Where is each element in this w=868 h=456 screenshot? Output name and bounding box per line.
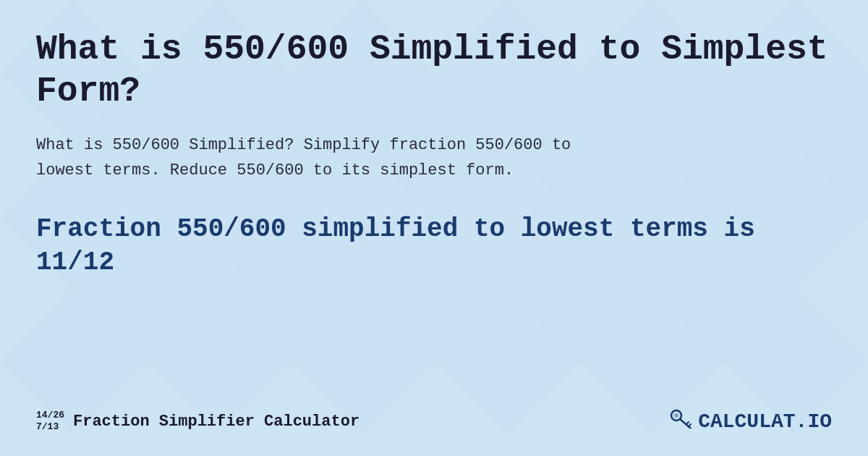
footer-brand: Fraction Simplifier Calculator [73, 413, 359, 431]
page-title: What is 550/600 Simplified to Simplest F… [36, 29, 832, 112]
result-section: Fraction 550/600 simplified to lowest te… [36, 213, 832, 281]
description: What is 550/600 Simplified? Simplify fra… [36, 132, 832, 183]
svg-line-69 [680, 419, 691, 428]
fraction-bottom: 7/13 [36, 421, 64, 433]
svg-point-68 [674, 413, 678, 418]
footer: 14/26 7/13 Fraction Simplifier Calculato… [36, 394, 832, 434]
result-line2: 11/12 [36, 248, 114, 277]
logo-text: CALCULAT.IO [698, 410, 832, 433]
fraction-stack: 14/26 7/13 [36, 410, 64, 432]
footer-right: CALCULAT.IO [669, 408, 832, 434]
svg-line-71 [689, 424, 691, 426]
result-line1: Fraction 550/600 simplified to lowest te… [36, 214, 755, 244]
description-line1: What is 550/600 Simplified? Simplify fra… [36, 136, 571, 154]
footer-left: 14/26 7/13 Fraction Simplifier Calculato… [36, 410, 359, 432]
logo-icon [669, 408, 692, 434]
fraction-top: 14/26 [36, 410, 64, 421]
result-text: Fraction 550/600 simplified to lowest te… [36, 213, 832, 281]
svg-line-70 [686, 422, 689, 424]
description-line2: lowest terms. Reduce 550/600 to its simp… [36, 161, 514, 180]
